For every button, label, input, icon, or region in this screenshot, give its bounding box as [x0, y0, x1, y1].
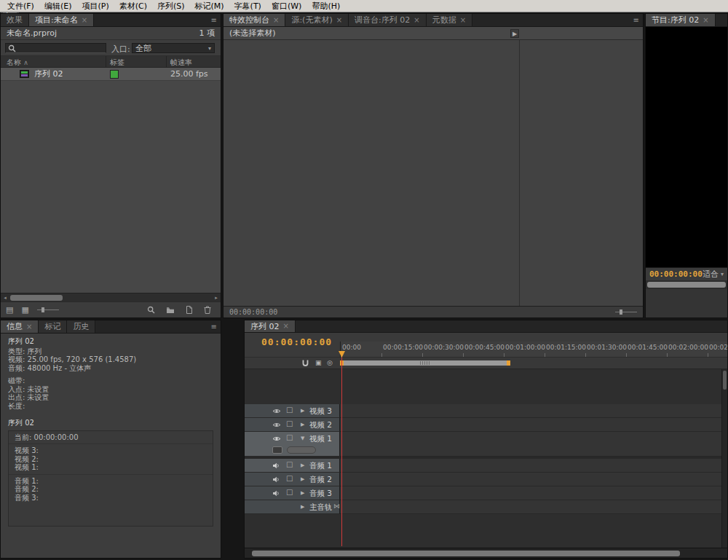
toggle-track-output-icon[interactable] [272, 422, 281, 428]
tab-markers[interactable]: 标记 [39, 320, 67, 333]
tab-audio-mixer[interactable]: 调音台:序列 02 × [349, 14, 427, 26]
expand-track-icon[interactable]: ▶ [301, 422, 304, 427]
project-horizontal-scrollbar[interactable]: ◂ ▸ [1, 293, 221, 301]
menu-item-clip[interactable]: 素材(C) [114, 0, 152, 12]
close-tab-icon[interactable]: × [273, 17, 279, 24]
project-row-sequence[interactable]: 序列 02 25.00 fps [1, 68, 221, 81]
audio-track-3-header[interactable]: □ ▶ 音频 3 [245, 486, 340, 500]
video-track-2-lane[interactable] [340, 418, 721, 432]
sync-lock-icon[interactable]: □ [286, 488, 293, 496]
menu-item-file[interactable]: 文件(F) [2, 0, 39, 12]
scroll-left-icon[interactable]: ◂ [1, 293, 9, 302]
keyframe-display-button[interactable] [287, 446, 316, 454]
menu-item-help[interactable]: 帮助(H) [306, 0, 345, 12]
time-ruler[interactable]: 00:00 00:00:15:00 00:00:30:00 00:00:45:0… [340, 342, 727, 357]
scrollbar-thumb[interactable] [252, 551, 680, 556]
timeline-timecode[interactable]: 00:00:00:00 [261, 336, 332, 347]
column-name[interactable]: 名称 ∧ [7, 58, 28, 68]
entry-select[interactable]: 全部 ▾ [132, 43, 215, 53]
toggle-track-audio-icon[interactable] [272, 462, 280, 469]
sync-lock-icon[interactable]: □ [286, 474, 293, 482]
tab-source-monitor[interactable]: 源:(无素材) × [285, 14, 349, 26]
zoom-level-select[interactable]: 适合 ▾ [703, 269, 724, 280]
scrollbar-thumb[interactable] [10, 295, 63, 301]
tab-history[interactable]: 历史 [67, 320, 95, 333]
panel-menu-icon[interactable]: ≡ [633, 14, 639, 27]
work-area-grip[interactable] [420, 361, 430, 365]
close-tab-icon[interactable]: × [703, 17, 708, 24]
program-preview[interactable] [646, 27, 727, 267]
tab-effects[interactable]: 效果 [1, 14, 29, 26]
close-tab-icon[interactable]: × [336, 17, 342, 24]
close-tab-icon[interactable]: × [414, 17, 419, 24]
expand-track-icon[interactable]: ▶ [301, 408, 304, 414]
sync-lock-icon[interactable]: □ [286, 406, 293, 414]
toggle-track-output-icon[interactable] [272, 435, 281, 442]
menu-item-title[interactable]: 字幕(T) [229, 0, 266, 12]
menu-item-marker[interactable]: 标记(M) [190, 0, 229, 12]
program-scrollbar[interactable] [646, 280, 727, 289]
master-track-lane[interactable] [340, 500, 721, 514]
expand-track-icon[interactable]: ▶ [301, 504, 304, 510]
timeline-horizontal-scrollbar[interactable] [245, 548, 727, 558]
audio-track-2-header[interactable]: □ ▶ 音频 2 [245, 473, 340, 486]
effect-controls-body[interactable] [223, 40, 643, 306]
panel-menu-icon[interactable]: ≡ [211, 14, 217, 27]
close-tab-icon[interactable]: × [283, 323, 289, 330]
tab-metadata[interactable]: 元数据 × [427, 14, 472, 26]
tab-program[interactable]: 节目:序列 02 × [646, 14, 716, 26]
new-bin-icon[interactable] [166, 307, 175, 314]
scrollbar-thumb[interactable] [647, 282, 726, 288]
toggle-track-audio-icon[interactable] [272, 490, 280, 497]
audio-track-2-lane[interactable] [340, 473, 721, 486]
toggle-track-audio-icon[interactable] [272, 476, 280, 483]
snap-icon[interactable] [301, 359, 309, 368]
menu-item-project[interactable]: 项目(P) [76, 0, 114, 12]
sync-lock-icon[interactable]: □ [286, 419, 293, 427]
icon-view-icon[interactable]: ▦ [21, 305, 28, 315]
sync-lock-icon[interactable]: □ [286, 433, 293, 441]
video-track-2-header[interactable]: □ ▶ 视频 2 [245, 418, 340, 432]
zoom-slider[interactable] [37, 307, 59, 313]
tab-sequence-02[interactable]: 序列 02 × [245, 320, 296, 332]
scroll-right-icon[interactable]: ▸ [212, 293, 221, 302]
tab-info[interactable]: 信息 × [1, 320, 39, 333]
master-track-header[interactable]: ▶ 主音轨 ⋈ [245, 500, 340, 514]
audio-track-1-lane[interactable] [340, 459, 721, 473]
collapse-track-icon[interactable]: ▼ [301, 435, 304, 441]
scrollbar-thumb[interactable] [723, 371, 727, 390]
label-color-chip[interactable] [110, 70, 119, 79]
set-display-style-icon[interactable] [272, 446, 282, 454]
program-timecode[interactable]: 00:00:00:00 [649, 269, 703, 279]
video-track-1-lane[interactable] [340, 432, 721, 457]
audio-track-3-lane[interactable] [340, 486, 721, 500]
close-tab-icon[interactable]: × [82, 17, 87, 24]
video-track-3-lane[interactable] [340, 404, 721, 418]
timeline-vertical-scrollbar[interactable] [721, 369, 727, 548]
close-tab-icon[interactable]: × [26, 323, 32, 331]
video-track-1-header[interactable]: □ ▼ 视频 1 [245, 432, 340, 457]
expand-track-icon[interactable]: ▶ [301, 462, 304, 468]
expand-track-icon[interactable]: ▶ [301, 490, 304, 496]
menu-item-edit[interactable]: 编辑(E) [39, 0, 77, 12]
menu-item-sequence[interactable]: 序列(S) [152, 0, 190, 12]
effects-timecode[interactable]: 00:00:00:00 [229, 308, 277, 316]
unnumbered-marker-icon[interactable]: ◎ [327, 360, 333, 366]
close-tab-icon[interactable]: × [460, 17, 466, 24]
column-label[interactable]: 标签 [110, 58, 124, 68]
find-icon[interactable] [147, 306, 155, 314]
delete-icon[interactable] [204, 306, 211, 314]
encore-chapter-marker-icon[interactable]: ▣ [315, 360, 322, 366]
tab-effect-controls[interactable]: 特效控制台 × [223, 14, 285, 26]
playhead-line[interactable] [341, 352, 342, 546]
sync-lock-icon[interactable]: □ [286, 460, 293, 468]
new-item-icon[interactable] [186, 306, 193, 314]
audio-track-1-header[interactable]: □ ▶ 音频 1 [245, 459, 340, 473]
zoom-slider[interactable] [615, 309, 637, 315]
show-timeline-view-icon[interactable]: ▶ [510, 29, 519, 38]
panel-menu-icon[interactable]: ≡ [211, 320, 217, 334]
work-area-bar[interactable] [340, 360, 510, 366]
expand-track-icon[interactable]: ▶ [301, 476, 304, 482]
list-view-icon[interactable]: ▤ [6, 305, 13, 315]
tab-project[interactable]: 项目:未命名 × [29, 14, 94, 26]
